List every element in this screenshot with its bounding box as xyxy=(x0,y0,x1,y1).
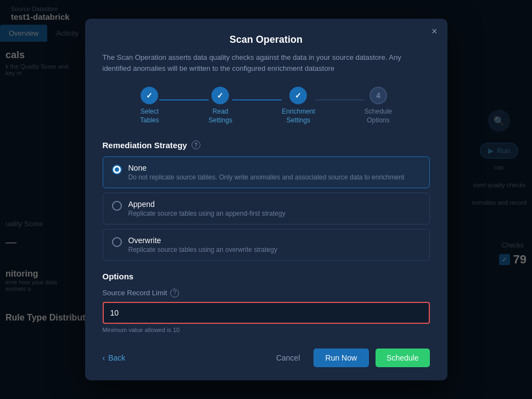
modal-footer: ‹ Back Cancel Run Now Schedule xyxy=(103,346,430,367)
options-title: Options xyxy=(103,272,430,281)
radio-desc-none: Do not replicate source tables. Only wri… xyxy=(128,173,421,181)
modal-title: Scan Operation xyxy=(103,34,430,46)
radio-circle-append xyxy=(112,201,122,211)
radio-append[interactable]: Append Replicate source tables using an … xyxy=(103,193,430,224)
radio-desc-overwrite: Replicate source tables using an overwri… xyxy=(128,246,421,254)
step-2-label: Read Settings xyxy=(209,108,232,125)
stepper: ✓ Select Tables ✓ Read Settings xyxy=(103,87,430,125)
step-4-label: Schedule Options xyxy=(365,108,392,125)
back-button[interactable]: ‹ Back xyxy=(103,353,126,362)
radio-circle-overwrite xyxy=(112,237,122,247)
source-record-help-icon[interactable]: ? xyxy=(170,289,179,297)
remediation-help-icon[interactable]: ? xyxy=(192,141,200,149)
step-3-circle: ✓ xyxy=(289,87,307,104)
step-2-circle: ✓ xyxy=(211,87,229,104)
connector-2 xyxy=(232,99,282,100)
footer-right: Cancel Run Now Schedule xyxy=(270,349,430,367)
step-1-label: Select Tables xyxy=(140,108,159,125)
checkmark-icon-2: ✓ xyxy=(217,91,223,100)
connector-3 xyxy=(315,99,365,100)
radio-none[interactable]: None Do not replicate source tables. Onl… xyxy=(103,156,430,188)
radio-desc-append: Replicate source tables using an append-… xyxy=(128,210,421,217)
step-1-circle: ✓ xyxy=(141,87,158,104)
run-now-button[interactable]: Run Now xyxy=(313,349,369,367)
step-4-circle: 4 xyxy=(369,87,387,104)
step-3: ✓ Enrichment Settings xyxy=(282,87,315,125)
step-1: ✓ Select Tables xyxy=(140,87,159,125)
radio-content-append: Append Replicate source tables using an … xyxy=(128,200,421,217)
close-button[interactable]: × xyxy=(432,26,438,36)
radio-overwrite[interactable]: Overwrite Replicate source tables using … xyxy=(103,229,430,261)
checkmark-icon-3: ✓ xyxy=(295,91,301,100)
source-record-limit-label: Source Record Limit ? xyxy=(103,289,430,297)
radio-circle-none xyxy=(112,165,122,175)
radio-content-none: None Do not replicate source tables. Onl… xyxy=(128,164,421,181)
chevron-left-icon: ‹ xyxy=(103,353,105,362)
step-3-label: Enrichment Settings xyxy=(282,108,315,125)
radio-content-overwrite: Overwrite Replicate source tables using … xyxy=(128,236,421,254)
radio-group: None Do not replicate source tables. Onl… xyxy=(103,156,430,261)
remediation-strategy-title: Remediation Strategy ? xyxy=(103,141,430,150)
radio-label-none: None xyxy=(128,164,421,172)
radio-label-append: Append xyxy=(128,200,421,209)
modal-description: The Scan Operation asserts data quality … xyxy=(103,52,430,74)
step-2: ✓ Read Settings xyxy=(209,87,232,125)
source-record-limit-input[interactable] xyxy=(103,302,430,324)
schedule-button[interactable]: Schedule xyxy=(376,349,429,367)
checkmark-icon: ✓ xyxy=(146,91,153,100)
connector-1 xyxy=(159,99,209,100)
scan-operation-modal: × Scan Operation The Scan Operation asse… xyxy=(85,19,447,380)
step-4: 4 Schedule Options xyxy=(365,87,392,125)
radio-dot-none xyxy=(115,167,119,172)
cancel-button[interactable]: Cancel xyxy=(270,349,307,367)
radio-label-overwrite: Overwrite xyxy=(128,236,421,245)
modal-overlay: × Scan Operation The Scan Operation asse… xyxy=(0,0,532,399)
source-record-hint: Minimum value allowed is 10 xyxy=(103,327,430,333)
options-section: Options Source Record Limit ? Minimum va… xyxy=(103,272,430,333)
